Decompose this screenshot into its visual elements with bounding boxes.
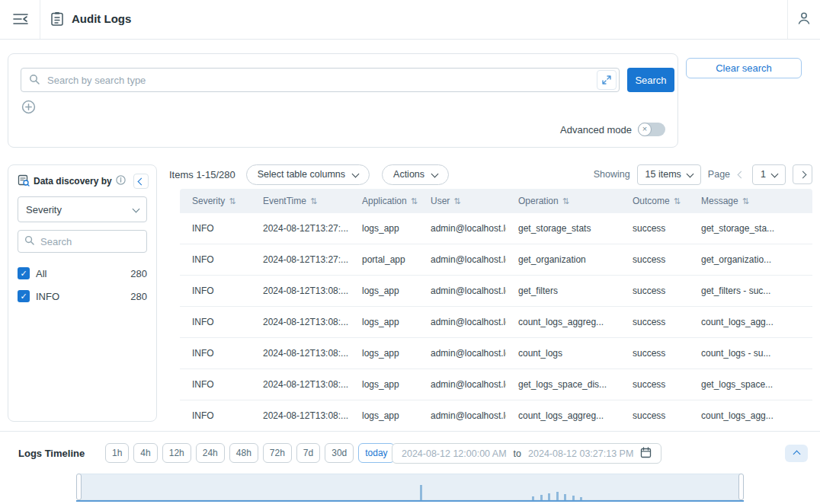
facet-item[interactable]: ✓INFO280 [8,285,156,308]
column-header[interactable]: User⇅ [418,196,506,206]
collapse-panel-button[interactable] [133,174,149,189]
table-cell: INFO [180,379,251,390]
sort-icon[interactable]: ⇅ [229,196,235,206]
sort-icon[interactable]: ⇅ [562,196,569,206]
facet-field-value: Severity [26,204,62,215]
column-header[interactable]: Operation⇅ [506,196,620,206]
page-label: Page [708,169,730,180]
page-size-select[interactable]: 15 items [637,164,701,185]
next-page-button[interactable] [793,164,812,184]
table-cell: success [620,348,689,359]
histogram-bar [572,496,575,500]
column-header[interactable]: Severity⇅ [180,196,251,206]
sort-icon[interactable]: ⇅ [742,196,749,206]
previous-page-button[interactable] [737,171,745,179]
page-size-value: 15 items [645,169,681,180]
logs-timeline-panel: Logs Timeline 1h4h12h24h48h72h7d30dtoday… [0,431,820,504]
clear-search-button[interactable]: Clear search [686,58,802,78]
select-table-columns-button[interactable]: Select table columns [246,164,370,185]
table-cell: 2024-08-12T13:27:... [251,223,350,234]
brush-handle-left[interactable] [76,474,82,500]
column-header[interactable]: Message⇅ [689,196,812,206]
facet-list: ✓All280✓INFO280 [8,262,156,308]
column-label: EventTime [263,196,306,206]
brush-handle-right[interactable] [738,474,744,500]
expand-search-button[interactable] [597,70,617,90]
table-cell: logs_app [350,285,418,296]
column-header[interactable]: Outcome⇅ [620,196,689,206]
table-row[interactable]: INFO2024-08-12T13:27:...logs_appadmin@lo… [180,213,812,244]
range-button-1h[interactable]: 1h [105,443,129,463]
sort-icon[interactable]: ⇅ [310,196,317,206]
timeline-brush[interactable] [76,473,744,502]
chevron-left-icon [738,171,745,178]
info-icon[interactable] [116,175,126,187]
histogram-bar [556,492,559,500]
table-row[interactable]: INFO2024-08-12T13:08:...logs_appadmin@lo… [180,400,812,432]
sidebar-toggle-button[interactable] [11,11,30,29]
table-cell: success [620,317,689,327]
logs-timeline-title: Logs Timeline [18,448,85,459]
table-cell: 2024-08-12T13:08:... [251,379,350,390]
table-cell: count_logs [506,348,620,359]
sort-icon[interactable]: ⇅ [453,196,460,206]
data-discovery-panel: Data discovery by Severity [8,164,157,422]
search-input[interactable] [46,74,591,87]
audit-logs-table: Severity⇅EventTime⇅Application⇅User⇅Oper… [180,189,812,432]
user-menu-button[interactable] [787,0,820,39]
date-to-value: 2024-08-12 03:27:13 PM [528,448,633,459]
search-input-wrap [21,68,620,92]
sort-icon[interactable]: ⇅ [411,196,418,206]
table-row[interactable]: INFO2024-08-12T13:27:...portal_appadmin@… [180,244,812,276]
sort-icon[interactable]: ⇅ [674,196,681,206]
column-header[interactable]: Application⇅ [350,196,418,206]
search-button[interactable]: Search [627,68,674,92]
facet-field-select[interactable]: Severity [18,196,147,222]
column-header[interactable]: EventTime⇅ [251,196,350,206]
facet-search-wrap [18,230,147,253]
table-row[interactable]: INFO2024-08-12T13:08:...logs_appadmin@lo… [180,307,812,338]
brush-selection[interactable] [78,474,742,500]
chevron-right-icon [799,171,806,178]
advanced-mode-toggle[interactable]: × [638,123,665,136]
range-button-today[interactable]: today [358,443,394,463]
actions-button[interactable]: Actions [382,164,449,185]
table-header-row: Severity⇅EventTime⇅Application⇅User⇅Oper… [180,189,812,213]
range-button-7d[interactable]: 7d [296,443,320,463]
date-range-picker[interactable]: 2024-08-12 12:00:00 AM to 2024-08-12 03:… [392,443,661,464]
add-search-criteria-button[interactable] [21,100,36,115]
menu-collapse-icon [13,13,28,27]
table-cell: admin@localhost.lo... [418,348,506,359]
range-button-30d[interactable]: 30d [325,443,354,463]
range-button-24h[interactable]: 24h [196,443,225,463]
table-row[interactable]: INFO2024-08-12T13:08:...logs_appadmin@lo… [180,338,812,369]
page-number-value: 1 [761,169,766,180]
range-button-72h[interactable]: 72h [263,443,292,463]
range-button-12h[interactable]: 12h [162,443,191,463]
range-button-48h[interactable]: 48h [229,443,258,463]
histogram-bar [420,485,422,500]
table-toolbar: Items 1-15/280 Select table columns Acti… [169,164,812,185]
column-label: Application [362,196,407,206]
chevron-up-icon [793,451,800,458]
advanced-mode-label: Advanced mode [560,124,632,136]
showing-label: Showing [594,169,630,180]
data-discovery-header: Data discovery by [8,165,156,193]
table-row[interactable]: INFO2024-08-12T13:08:...logs_appadmin@lo… [180,369,812,400]
facet-search-input[interactable] [39,235,140,248]
facet-item[interactable]: ✓All280 [8,262,156,285]
table-cell: success [620,410,689,421]
page-number-select[interactable]: 1 [752,164,786,185]
range-button-4h[interactable]: 4h [133,443,157,463]
table-cell: count_logs_agg... [689,317,812,327]
checkbox-checked[interactable]: ✓ [18,290,30,302]
expand-icon [602,75,611,85]
histogram-bar [564,494,566,500]
checkbox-checked[interactable]: ✓ [18,267,30,279]
table-cell: logs_app [350,317,418,327]
date-to-label: to [514,448,521,459]
table-row[interactable]: INFO2024-08-12T13:08:...logs_appadmin@lo… [180,276,812,307]
timeline-ranges: 1h4h12h24h48h72h7d30dtoday [105,443,395,463]
collapse-timeline-button[interactable] [785,445,808,462]
histogram-bar [580,497,582,500]
